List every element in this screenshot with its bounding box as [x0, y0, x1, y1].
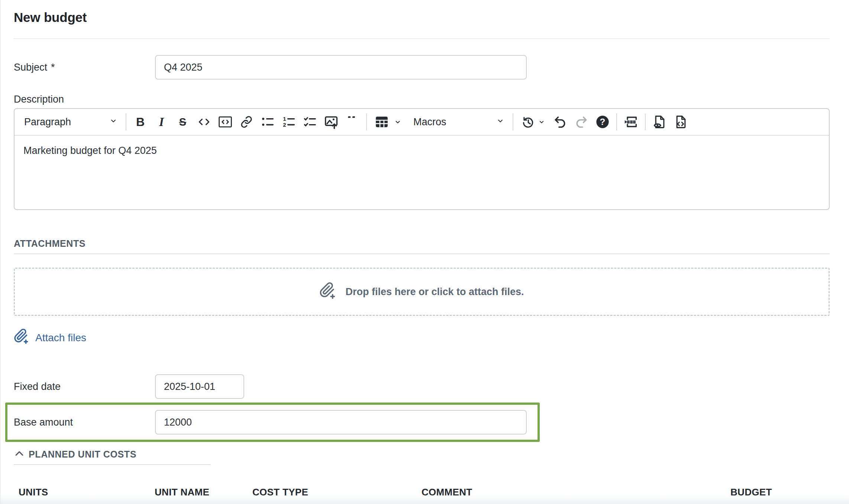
- markdown-source-button[interactable]: [670, 112, 691, 132]
- editor-toolbar: Paragraph B I S 12: [14, 109, 829, 136]
- column-header-comment: COMMENT: [422, 487, 472, 498]
- chevron-down-icon: [394, 118, 402, 126]
- attachments-section-title: ATTACHMENTS: [14, 238, 830, 249]
- image-upload-icon: [324, 114, 339, 129]
- subject-label: Subject*: [14, 62, 155, 73]
- block-quote-icon: “: [347, 116, 358, 127]
- planned-unit-costs-toggle[interactable]: PLANNED UNIT COSTS: [14, 448, 136, 461]
- planned-unit-costs-title: PLANNED UNIT COSTS: [29, 449, 136, 460]
- inline-code-icon: [197, 115, 211, 129]
- fixed-date-input[interactable]: [155, 374, 244, 399]
- todo-list-button[interactable]: [299, 112, 320, 132]
- block-quote-button[interactable]: “: [342, 112, 363, 132]
- base-amount-input[interactable]: [155, 410, 527, 434]
- markdown-source-icon: [674, 114, 688, 129]
- toolbar-separator: [616, 113, 617, 130]
- column-header-cost-type: COST TYPE: [252, 487, 308, 498]
- required-marker: *: [51, 62, 55, 73]
- svg-text:?: ?: [600, 117, 605, 127]
- strikethrough-button[interactable]: S: [172, 112, 193, 132]
- column-header-unit-name: UNIT NAME: [155, 487, 209, 498]
- title-divider: [14, 38, 830, 39]
- attachments-divider: [14, 253, 830, 254]
- unit-costs-header-row: UNITS UNIT NAME COST TYPE COMMENT BUDGET: [14, 487, 830, 500]
- code-block-button[interactable]: [214, 112, 236, 132]
- fixed-date-row: Fixed date: [14, 374, 830, 399]
- numbered-list-button[interactable]: 12: [278, 112, 299, 132]
- bulleted-list-button[interactable]: [257, 112, 278, 132]
- link-icon: [240, 115, 253, 129]
- subject-input[interactable]: [155, 55, 527, 80]
- attach-files-link[interactable]: Attach files: [14, 329, 86, 347]
- base-amount-highlight: Base amount: [5, 403, 540, 442]
- todo-list-icon: [303, 115, 317, 129]
- chevron-up-icon: [14, 448, 25, 461]
- insert-table-button[interactable]: [370, 112, 406, 132]
- paperclip-plus-icon: [14, 329, 29, 347]
- base-amount-label: Base amount: [14, 417, 155, 428]
- numbered-list-icon: 12: [282, 115, 296, 129]
- description-editor-content[interactable]: Marketing budget for Q4 2025: [14, 136, 829, 209]
- link-button[interactable]: [236, 112, 257, 132]
- page-break-icon: [624, 114, 639, 129]
- column-header-units: UNITS: [19, 487, 48, 498]
- file-dropzone[interactable]: Drop files here or click to attach files…: [14, 268, 830, 316]
- code-block-icon: [218, 114, 233, 129]
- italic-button[interactable]: I: [151, 112, 172, 132]
- fixed-date-label: Fixed date: [14, 381, 155, 392]
- svg-text:2: 2: [283, 122, 286, 128]
- table-icon: [374, 114, 389, 129]
- dropzone-text: Drop files here or click to attach files…: [345, 286, 524, 298]
- page-title: New budget: [14, 9, 830, 26]
- attach-files-label: Attach files: [35, 332, 86, 344]
- chevron-down-icon: [496, 116, 505, 128]
- budget-form: New budget Subject* Description Paragrap…: [1, 9, 849, 500]
- italic-icon: I: [159, 115, 164, 129]
- undo-icon: [553, 115, 567, 129]
- bold-icon: B: [136, 115, 145, 129]
- toolbar-separator: [366, 113, 367, 130]
- toolbar-separator: [126, 113, 126, 130]
- subject-row: Subject*: [14, 55, 830, 80]
- bold-button[interactable]: B: [130, 112, 151, 132]
- chevron-down-icon: [109, 116, 118, 128]
- preview-icon: [652, 114, 667, 129]
- toolbar-separator: [645, 113, 646, 130]
- chevron-down-icon: [538, 118, 545, 126]
- help-button[interactable]: ?: [592, 112, 613, 132]
- inline-code-button[interactable]: [193, 112, 214, 132]
- undo-button[interactable]: [549, 112, 571, 132]
- column-header-budget: BUDGET: [730, 487, 772, 498]
- help-icon: ?: [595, 114, 610, 129]
- redo-icon: [574, 115, 588, 129]
- strikethrough-icon: S: [179, 116, 186, 128]
- history-icon: [521, 115, 535, 129]
- image-upload-button[interactable]: [320, 112, 342, 132]
- bulleted-list-icon: [261, 115, 275, 129]
- macros-dropdown[interactable]: Macros: [407, 112, 509, 132]
- description-label: Description: [14, 94, 830, 105]
- rich-text-editor: Paragraph B I S 12: [14, 108, 830, 210]
- paperclip-plus-icon: [319, 282, 336, 302]
- preview-toggle-button[interactable]: [649, 112, 670, 132]
- toolbar-separator: [513, 113, 513, 130]
- redo-button[interactable]: [571, 112, 592, 132]
- svg-text:1: 1: [283, 116, 286, 122]
- planned-unit-costs-divider: [14, 464, 211, 465]
- revision-history-button[interactable]: [517, 112, 549, 132]
- page-break-button[interactable]: [620, 112, 642, 132]
- paragraph-style-dropdown[interactable]: Paragraph: [18, 112, 122, 132]
